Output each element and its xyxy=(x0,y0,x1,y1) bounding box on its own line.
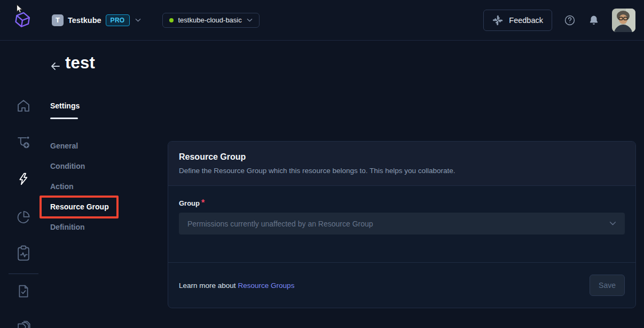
sidebar-divider xyxy=(9,274,38,274)
back-button[interactable] xyxy=(49,60,62,73)
group-select[interactable]: Permissions currently unaffected by an R… xyxy=(179,213,625,235)
environment-name: testkube-cloud-basic xyxy=(178,16,242,24)
environment-selector[interactable]: testkube-cloud-basic xyxy=(162,13,260,28)
subnav-item-resource-group[interactable]: Resource Group xyxy=(50,197,109,217)
resource-group-card: Resource Group Define the Resource Group… xyxy=(168,141,636,308)
create-trigger-icon[interactable] xyxy=(16,135,31,150)
group-field-label-row: Group* xyxy=(179,198,625,208)
slack-icon xyxy=(492,15,503,26)
page-title: test xyxy=(65,53,95,73)
topbar: T Testkube PRO testkube-cloud-basic Feed… xyxy=(0,0,644,41)
pro-badge: PRO xyxy=(106,14,130,26)
footer-help-text: Learn more aboutResource Groups xyxy=(179,280,294,290)
card-description: Define the Resource Group which this res… xyxy=(179,167,625,175)
group-select-value: Permissions currently unaffected by an R… xyxy=(187,220,373,228)
environment-status-dot xyxy=(169,18,174,22)
org-name: Testkube xyxy=(68,16,101,25)
card-title: Resource Group xyxy=(179,152,625,162)
subnav-item-definition[interactable]: Definition xyxy=(50,217,109,237)
testkube-logo-icon[interactable] xyxy=(12,9,33,32)
settings-subnav: General Condition Action Resource Group … xyxy=(50,136,109,237)
pie-chart-icon[interactable] xyxy=(17,210,31,224)
required-marker: * xyxy=(201,198,205,207)
card-header: Resource Group Define the Resource Group… xyxy=(168,142,635,186)
help-icon[interactable] xyxy=(564,14,576,26)
tab-active-indicator xyxy=(50,118,78,119)
subnav-item-condition[interactable]: Condition xyxy=(50,156,109,176)
bell-icon[interactable] xyxy=(588,14,600,26)
tab-settings[interactable]: Settings xyxy=(50,101,80,110)
card-footer: Learn more aboutResource Groups Save xyxy=(168,262,635,308)
resource-groups-link[interactable]: Resource Groups xyxy=(238,282,295,290)
save-button[interactable]: Save xyxy=(590,275,625,296)
chevron-down-icon xyxy=(247,18,253,22)
user-avatar[interactable] xyxy=(612,9,635,32)
subnav-item-action[interactable]: Action xyxy=(50,176,109,197)
group-label: Group xyxy=(179,199,200,207)
lightning-icon[interactable] xyxy=(17,172,30,186)
card-body: Group* Permissions currently unaffected … xyxy=(168,186,635,262)
chevron-down-icon xyxy=(609,221,616,226)
test-suites-icon[interactable] xyxy=(15,319,32,328)
org-avatar: T xyxy=(52,14,64,26)
home-icon[interactable] xyxy=(16,98,31,113)
monitoring-icon[interactable] xyxy=(15,245,32,262)
chevron-down-icon xyxy=(135,18,141,22)
organization-selector[interactable]: T Testkube PRO xyxy=(52,14,141,26)
feedback-label: Feedback xyxy=(509,16,543,25)
subnav-item-general[interactable]: General xyxy=(50,136,109,156)
sidebar xyxy=(0,41,47,328)
learn-more-text: Learn more about xyxy=(179,282,236,290)
feedback-button[interactable]: Feedback xyxy=(483,10,552,31)
user-avatar-image xyxy=(612,9,635,32)
test-document-icon[interactable] xyxy=(16,284,31,299)
